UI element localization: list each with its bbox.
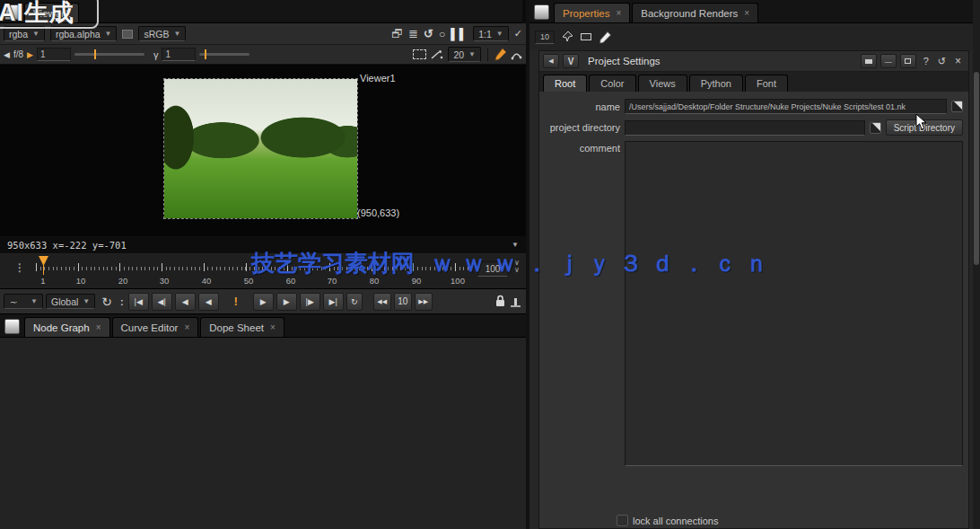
close-icon[interactable]: × xyxy=(744,8,749,18)
step-forward-button[interactable]: ▶ xyxy=(253,293,274,311)
script-name-input[interactable] xyxy=(625,99,947,114)
viewer-canvas[interactable]: Viewer1 (950,633) xyxy=(0,65,526,236)
monitor-output-icon[interactable]: 🗗 xyxy=(391,27,403,40)
stack-lines-icon[interactable]: ≣ xyxy=(408,27,418,40)
vector-handle-icon[interactable] xyxy=(511,48,522,60)
play-backward-button[interactable]: ◀ xyxy=(175,293,196,311)
gain-input[interactable] xyxy=(37,48,71,61)
flipbook-icon[interactable] xyxy=(509,295,522,308)
roi-dashed-box-icon[interactable] xyxy=(413,49,426,59)
tab-python[interactable]: Python xyxy=(689,75,743,92)
colorspace-dropdown[interactable]: sRGB▼ xyxy=(138,26,186,41)
exposure-label[interactable]: f/8 xyxy=(13,49,23,59)
goto-end-button[interactable]: ▶| xyxy=(323,293,344,311)
help-button[interactable]: ? xyxy=(923,56,929,66)
mouse-cursor xyxy=(915,113,928,131)
close-icon[interactable]: × xyxy=(270,322,276,332)
gamma-slider-handle[interactable] xyxy=(205,49,206,59)
step-back-button[interactable]: ◀ xyxy=(198,293,219,311)
tab-root[interactable]: Root xyxy=(543,75,587,92)
lock-all-connections-label: lock all connections xyxy=(633,516,718,526)
tab-views[interactable]: Views xyxy=(638,75,687,92)
play-forward-button[interactable]: ▶ xyxy=(276,293,297,311)
pixel-info-readout: 950x633 x=-222 y=-701 xyxy=(7,240,127,251)
tab-properties[interactable]: Properties × xyxy=(554,3,630,22)
tab-dope-sheet[interactable]: Dope Sheet × xyxy=(200,317,284,337)
lock-range-icon[interactable] xyxy=(494,295,506,308)
close-panel-button[interactable]: × xyxy=(955,55,961,67)
loop-mode-icon[interactable]: ↻ xyxy=(101,295,112,309)
close-icon[interactable]: × xyxy=(184,322,189,332)
name-row: name xyxy=(539,99,963,114)
tab-curve-editor[interactable]: Curve Editor × xyxy=(112,317,199,337)
wipe-icon[interactable] xyxy=(430,49,444,60)
chevron-down-icon: ▼ xyxy=(31,297,38,305)
jump-forward-button[interactable]: ▶▶ xyxy=(415,293,433,311)
close-icon[interactable]: × xyxy=(96,322,101,332)
goto-start-button[interactable]: |◀ xyxy=(128,293,149,311)
max-panels-input[interactable]: 10 xyxy=(535,31,555,44)
gamma-symbol: γ xyxy=(153,49,159,60)
minimize-button[interactable]: — xyxy=(880,54,897,68)
viewed-image xyxy=(164,79,357,218)
project-directory-label: project directory xyxy=(539,122,620,133)
region-circle-icon[interactable]: ○ xyxy=(439,28,445,40)
display-swatch-icon[interactable] xyxy=(122,30,133,39)
chevron-down-icon: ▼ xyxy=(468,50,476,58)
close-icon[interactable]: × xyxy=(616,8,621,18)
gain-slider-handle[interactable] xyxy=(94,49,96,59)
gamma-slider[interactable] xyxy=(199,53,249,56)
nodegraph-tabbar: Node Graph × Curve Editor × Dope Sheet × xyxy=(0,314,526,338)
revert-button[interactable]: ↺ xyxy=(938,56,946,67)
refresh-icon[interactable]: ↺ xyxy=(424,27,433,40)
gamma-input[interactable] xyxy=(162,48,196,61)
comment-textarea[interactable] xyxy=(625,141,963,466)
range-mode-dropdown[interactable]: Global ▼ xyxy=(46,294,95,309)
node-badge[interactable]: V xyxy=(563,54,579,68)
tab-font[interactable]: Font xyxy=(745,75,788,92)
edit-pencil-icon[interactable] xyxy=(599,31,612,44)
lock-all-row: lock all connections xyxy=(617,515,718,526)
dots-toggle-icon[interactable]: : xyxy=(120,296,124,307)
tab-color[interactable]: Color xyxy=(589,75,635,92)
right-scrollbar[interactable] xyxy=(973,0,980,529)
viewer-toolbar-bottom: ◀ f/8 ▶ γ 20▼ xyxy=(0,45,526,65)
tab-background-renders[interactable]: Background Renders × xyxy=(632,3,758,22)
pin-icon[interactable] xyxy=(561,31,573,43)
exposure-next-button[interactable]: ▶ xyxy=(27,50,33,59)
tick-label: 30 xyxy=(160,276,170,286)
prev-keyframe-button[interactable]: ◀| xyxy=(152,293,172,311)
site-watermark-name: 技艺学习素材网 xyxy=(251,250,415,277)
wipe-value-dropdown[interactable]: 20▼ xyxy=(448,47,481,62)
frame-increment-input[interactable]: 10 xyxy=(394,293,412,311)
project-directory-checkbox[interactable] xyxy=(870,122,881,134)
gain-slider[interactable] xyxy=(74,53,144,56)
pane-menu-icon[interactable] xyxy=(4,319,20,334)
bookmark-icon[interactable] xyxy=(861,54,877,68)
clear-panels-icon[interactable] xyxy=(580,31,592,42)
float-panel-button[interactable] xyxy=(900,54,916,68)
node-graph-canvas[interactable]: Read1 35-060-6XP-0-425.jpg Viewer1 xyxy=(0,338,526,529)
next-keyframe-button[interactable]: |▶ xyxy=(300,293,320,311)
pause-icon[interactable]: ▌▌ xyxy=(451,28,468,40)
zoom-ratio-dropdown[interactable]: 1:1▼ xyxy=(473,26,509,41)
fps-dropdown[interactable]: ∼ ▼ xyxy=(4,294,43,309)
right-scrollbar-thumb[interactable] xyxy=(974,72,979,265)
loop-button[interactable]: ↻ xyxy=(346,293,363,311)
proxy-toggle-icon[interactable]: ✓ xyxy=(514,28,522,40)
pane-menu-icon[interactable] xyxy=(534,4,549,20)
jump-back-button[interactable]: ◀◀ xyxy=(373,293,391,311)
lock-all-connections-checkbox[interactable] xyxy=(617,515,628,526)
paint-pencil-icon[interactable] xyxy=(494,48,507,61)
project-directory-row: project directory Script Directory xyxy=(539,119,963,136)
chevron-down-icon: ▼ xyxy=(32,30,39,38)
tab-node-graph[interactable]: Node Graph × xyxy=(24,317,110,337)
project-directory-input[interactable] xyxy=(625,120,865,136)
name-checkbox[interactable] xyxy=(951,101,963,112)
comment-label: comment xyxy=(539,141,620,154)
timeline-grip-icon[interactable]: ⋮ xyxy=(14,261,25,274)
hide-input-button[interactable]: ◀ xyxy=(543,54,559,68)
exposure-prev-button[interactable]: ◀ xyxy=(4,50,10,59)
chevron-down-icon: ▼ xyxy=(174,30,181,38)
nuke-application-window: Viewer1 rgba▼ rgba.alpha▼ sRGB▼ 🗗 ≣ ↺ ○ … xyxy=(0,0,980,529)
